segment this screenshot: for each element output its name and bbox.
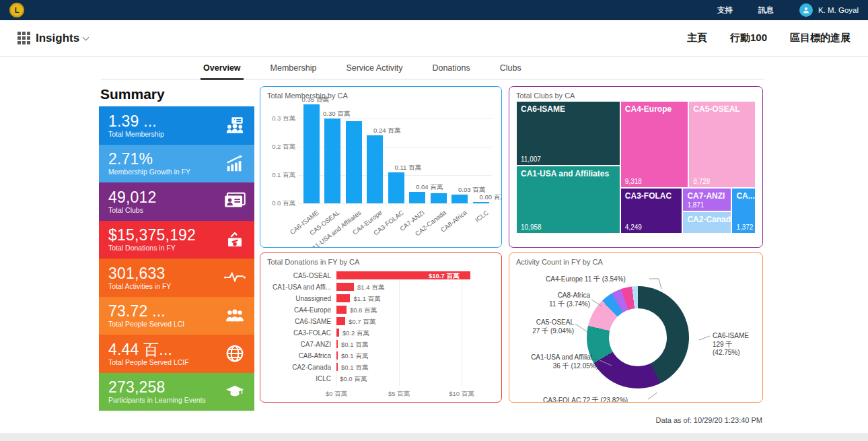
tab-overview[interactable]: Overview [203, 63, 241, 79]
x-axis-tick: $10 百萬 [449, 390, 474, 399]
bar-CA8-Africa[interactable] [451, 195, 468, 203]
chart-title: Activity Count in FY by CA [516, 258, 756, 266]
y-axis-tick: 0.3 百萬 [267, 114, 295, 123]
tab-membership[interactable]: Membership [270, 63, 317, 79]
treemap-tile-CA[interactable]: CA...1,372 [731, 188, 756, 234]
tile-value: 1,372 [736, 224, 753, 231]
treemap-tile-CA2-Canada[interactable]: CA2-Canada [682, 211, 731, 234]
bar-CA7-ANZI[interactable] [336, 340, 338, 348]
donations-bar-chart: $0 百萬$5 百萬$10 百萬CA5-OSEAL$10.7 百萬CA1-USA… [267, 269, 495, 397]
row-label: Unassigned [267, 295, 331, 302]
bar-CA4-Europe[interactable] [336, 306, 347, 314]
row-label: CA3-FOLAC [267, 329, 331, 337]
treemap-tile-CA7-ANZI[interactable]: CA7-ANZI1,871 [682, 188, 731, 211]
treemap-tile-CA4-Europe[interactable]: CA4-Europe9,318 [620, 101, 688, 188]
total-clubs-treemap-panel[interactable]: Total Clubs by CA CA6-ISAME11,007CA1-USA… [509, 86, 763, 248]
bar-CA2-Canada[interactable] [336, 363, 338, 371]
row-label: CA6-ISAME [267, 318, 331, 325]
bar-ICLC[interactable] [473, 202, 489, 203]
bar-value-label: $0.1 百萬 [341, 352, 368, 361]
kpi-card-1[interactable]: 2.71%Membership Growth in FY [99, 145, 254, 183]
tile-name: CA4-Europe [621, 102, 688, 114]
kpi-label: Membership Growth in FY [108, 168, 223, 176]
members-icon [223, 115, 246, 135]
lions-logo: L [9, 3, 24, 18]
pulse-icon [223, 267, 246, 287]
activity-donut-chart: CA6-ISAME 129 千 (42.75%)CA3-FOLAC 72 千 (… [516, 267, 756, 400]
kpi-text: 273,258Participants in Learning Events [108, 379, 223, 404]
donut-label-CA1-USAandAffiliat: CA1-USA and Affiliat... 36 千 (12.05%) [516, 353, 598, 370]
summary-panel: Summary 1.39 ...Total Membership2.71%Mem… [99, 86, 254, 411]
summary-title: Summary [100, 86, 254, 102]
membership-bar-chart: 0.0 百萬0.1 百萬0.2 百萬0.3 百萬0.35 百萬CA6-ISAME… [267, 101, 495, 241]
tab-donations[interactable]: Donations [432, 63, 470, 79]
donation-icon [223, 230, 246, 250]
charts-grid: Total Membership by CA 0.0 百萬0.1 百萬0.2 百… [260, 86, 763, 411]
treemap-tile-CA5-OSEAL[interactable]: CA5-OSEAL8,728 [688, 101, 756, 188]
kpi-card-4[interactable]: 301,633Total Activities in FY [99, 259, 254, 297]
bar-CA3-FOLAC[interactable] [388, 172, 404, 203]
bar-CA1-USAandAffi[interactable] [336, 283, 354, 291]
chevron-down-icon[interactable] [83, 34, 89, 40]
tab-service-activity[interactable]: Service Activity [346, 63, 402, 79]
total-donations-chart-panel[interactable]: Total Donations in FY by CA $0 百萬$5 百萬$1… [260, 252, 502, 403]
tab-clubs[interactable]: Clubs [500, 63, 521, 79]
treemap-tile-CA1-USAandAffiliates[interactable]: CA1-USA and Affiliates10,958 [516, 166, 620, 234]
header-link-1[interactable]: 行動100 [730, 32, 767, 44]
app-header: Insights 主頁行動100區目標的進展 [0, 20, 868, 57]
bar-value-label: $0.8 百萬 [350, 306, 377, 315]
total-membership-chart-panel[interactable]: Total Membership by CA 0.0 百萬0.1 百萬0.2 百… [260, 86, 502, 248]
kpi-label: Total Membership [108, 130, 223, 138]
header-link-2[interactable]: 區目標的進展 [790, 32, 851, 44]
kpi-card-3[interactable]: $15,375,192Total Donations in FY [99, 221, 254, 259]
kpi-card-7[interactable]: 273,258Participants in Learning Events [99, 373, 254, 411]
bar-CA2-Canada[interactable] [431, 193, 447, 203]
tile-value: 1,871 [687, 201, 704, 209]
kpi-label: Participants in Learning Events [108, 396, 223, 404]
apps-grid-icon[interactable] [17, 32, 30, 44]
bar-CA4-Europe[interactable] [367, 135, 383, 203]
bar-CA3-FOLAC[interactable] [336, 329, 339, 337]
bar-value-label: $0.1 百萬 [341, 341, 368, 349]
kpi-text: 73.72 ...Total People Served LCI [108, 303, 223, 328]
bar-CA7-ANZI[interactable] [409, 192, 425, 203]
kpi-card-5[interactable]: 73.72 ...Total People Served LCI [99, 297, 254, 335]
kpi-card-0[interactable]: 1.39 ...Total Membership [99, 106, 254, 145]
kpi-text: 2.71%Membership Growth in FY [108, 151, 223, 176]
messages-link[interactable]: 訊息 [758, 5, 774, 15]
kpi-text: $15,375,192Total Donations in FY [108, 227, 223, 252]
tile-value: 10,958 [521, 224, 542, 231]
kpi-label: Total People Served LCI [108, 320, 223, 328]
tile-name: CA6-ISAME [517, 102, 620, 114]
tile-name: CA3-FOLAC [621, 189, 682, 201]
support-link[interactable]: 支持 [717, 5, 733, 15]
bar-CA6-ISAME[interactable] [336, 317, 345, 325]
bar-CA6-ISAME[interactable] [303, 104, 320, 203]
app-title[interactable]: Insights [36, 32, 79, 45]
donut-label-CA8-Africa: CA8-Africa 11 千 (3.74%) [536, 292, 590, 308]
kpi-card-2[interactable]: 49,012Total Clubs [99, 182, 254, 221]
gridline [298, 203, 492, 204]
bar-CA1-USA and Affiliates[interactable] [346, 121, 362, 203]
donut-label-CA6-ISAME: CA6-ISAME 129 千 (42.75%) [713, 332, 756, 358]
bar-Unassigned[interactable] [336, 294, 350, 302]
bar-value-label: $0.7 百萬 [349, 318, 375, 327]
kpi-value: 4.44 百... [108, 341, 223, 358]
kpi-value: 301,633 [108, 265, 223, 281]
tile-name: CA... [732, 189, 755, 201]
bar-CA8-Africa[interactable] [336, 351, 338, 360]
user-menu[interactable]: K. M. Goyal [799, 3, 859, 17]
header-link-0[interactable]: 主頁 [687, 32, 707, 44]
gridline [462, 271, 462, 386]
bar-CA5-OSEAL[interactable] [324, 118, 340, 203]
kpi-label: Total People Served LCIF [108, 358, 223, 366]
kpi-label: Total Clubs [108, 206, 223, 214]
treemap-tile-CA6-ISAME[interactable]: CA6-ISAME11,007 [516, 101, 620, 166]
kpi-text: 301,633Total Activities in FY [108, 265, 223, 290]
y-axis-tick: 0.2 百萬 [267, 143, 295, 151]
treemap-tile-CA3-FOLAC[interactable]: CA3-FOLAC4,249 [620, 188, 683, 234]
tile-name: CA7-ANZI [683, 189, 731, 201]
kpi-card-6[interactable]: 4.44 百...Total People Served LCIF [99, 335, 254, 373]
x-axis-tick: $5 百萬 [388, 390, 410, 399]
activity-donut-panel[interactable]: Activity Count in FY by CA CA6-ISAME 129… [509, 252, 763, 403]
